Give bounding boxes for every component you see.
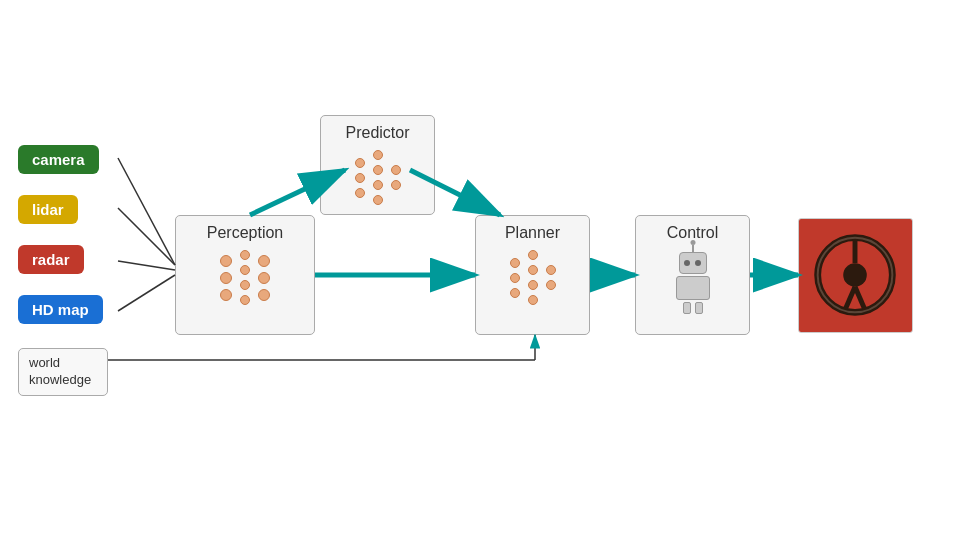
robot-leg-right (695, 302, 703, 314)
nn-node (373, 150, 383, 160)
nn-node (355, 188, 365, 198)
world-knowledge-label: world knowledge (29, 355, 91, 387)
planner-box: Planner (475, 215, 590, 335)
svg-line-13 (118, 275, 175, 311)
nn-node (528, 250, 538, 260)
nn-node (258, 272, 270, 284)
nn-node (240, 280, 250, 290)
diagram: camera lidar radar HD map world knowledg… (0, 0, 960, 540)
nn-node (355, 158, 365, 168)
lidar-label: lidar (18, 195, 78, 224)
nn-node (220, 289, 232, 301)
predictor-label: Predictor (345, 124, 409, 142)
predictor-box: Predictor (320, 115, 435, 215)
svg-point-2 (843, 263, 867, 287)
nn-node (510, 273, 520, 283)
nn-node (546, 265, 556, 275)
hdmap-label: HD map (18, 295, 103, 324)
perception-label: Perception (207, 224, 284, 242)
radar-label: radar (18, 245, 84, 274)
perception-box: Perception (175, 215, 315, 335)
nn-node (528, 295, 538, 305)
robot-antenna (692, 245, 694, 253)
robot-icon (676, 252, 710, 314)
control-box: Control (635, 215, 750, 335)
nn-node (355, 173, 365, 183)
nn-node (240, 265, 250, 275)
nn-node (240, 295, 250, 305)
camera-label: camera (18, 145, 99, 174)
nn-node (510, 258, 520, 268)
nn-node (373, 180, 383, 190)
perception-nn-icon (220, 250, 270, 305)
svg-line-11 (118, 208, 175, 265)
nn-node (391, 165, 401, 175)
planner-label: Planner (505, 224, 560, 242)
nn-node (546, 280, 556, 290)
nn-node (258, 255, 270, 267)
nn-node (510, 288, 520, 298)
planner-nn-icon (510, 250, 556, 305)
nn-node (220, 272, 232, 284)
nn-node (220, 255, 232, 267)
nn-node (240, 250, 250, 260)
robot-body (676, 276, 710, 300)
predictor-nn-icon (355, 150, 401, 205)
nn-node (528, 265, 538, 275)
world-knowledge-box: world knowledge (18, 348, 108, 396)
car-image (798, 218, 913, 333)
svg-line-12 (118, 261, 175, 270)
robot-leg-left (683, 302, 691, 314)
nn-node (528, 280, 538, 290)
robot-eye-right (695, 260, 701, 266)
robot-eye-left (684, 260, 690, 266)
nn-node (373, 195, 383, 205)
robot-legs (683, 302, 703, 314)
robot-head (679, 252, 707, 274)
nn-node (373, 165, 383, 175)
robot-antenna-ball (690, 240, 695, 245)
nn-node (258, 289, 270, 301)
nn-node (391, 180, 401, 190)
svg-line-10 (118, 158, 175, 265)
